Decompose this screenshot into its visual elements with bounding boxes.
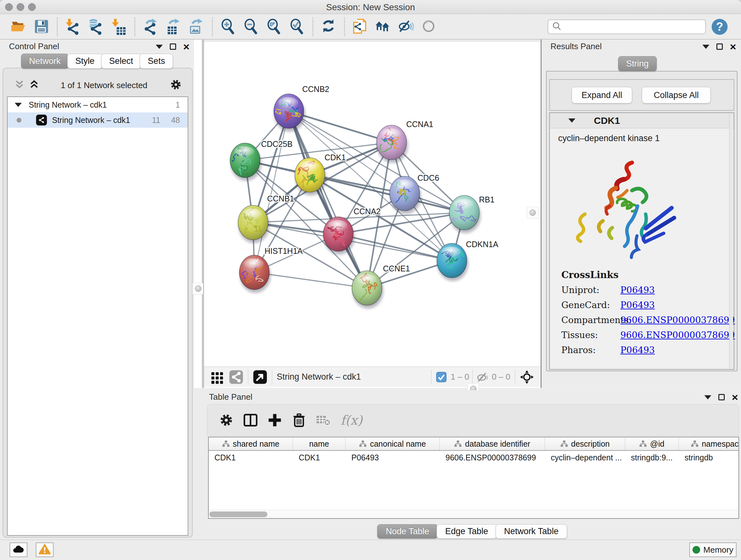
column-header-namespace[interactable]: namespace (679, 437, 739, 450)
zoom-in-icon[interactable] (218, 17, 238, 37)
cloud-status-button[interactable] (10, 543, 27, 557)
search-box[interactable] (548, 19, 706, 34)
show-columns-icon[interactable] (240, 410, 261, 430)
tab-edge-table[interactable]: Edge Table (436, 524, 497, 539)
hide-graphics-details-icon[interactable] (396, 17, 416, 37)
float-table-icon[interactable] (704, 395, 711, 399)
add-column-icon[interactable] (265, 410, 285, 430)
network-row[interactable]: String Network – cdk1 11 48 (8, 112, 188, 128)
tab-sets[interactable]: Sets (140, 54, 173, 69)
network-node-CDC25B[interactable] (230, 143, 261, 181)
tab-network-table[interactable]: Network Table (495, 524, 567, 539)
detach-view-icon[interactable] (253, 370, 267, 384)
network-view-mode-icon[interactable] (229, 370, 244, 384)
crosslink-link[interactable]: 9606.ENSP00000378699 (620, 315, 735, 325)
show-graphics-details-icon[interactable] (419, 17, 439, 37)
network-edge[interactable] (289, 111, 367, 288)
network-node-CDKN1A[interactable] (437, 243, 468, 281)
table-cell[interactable]: CDK1 (209, 451, 293, 464)
gear-icon[interactable] (169, 78, 183, 92)
collapse-all-icon[interactable] (15, 79, 24, 91)
maximize-table-icon[interactable] (718, 394, 725, 400)
network-canvas[interactable]: CCNB2CCNA1CDC25BCDK1CDC6RB1CCNB1CCNA2CDK… (204, 42, 541, 367)
warning-status-button[interactable] (36, 543, 54, 557)
tab-string[interactable]: String (618, 56, 657, 71)
crosslink-link[interactable]: P06493 (620, 285, 655, 295)
open-session-icon[interactable] (9, 17, 28, 37)
import-table-file-icon[interactable] (109, 17, 129, 37)
import-network-file-icon[interactable] (63, 17, 83, 37)
search-input[interactable] (562, 22, 696, 32)
network-node-HIST1H1A[interactable] (239, 255, 271, 293)
column-header-database-identifier[interactable]: database identifier (440, 437, 545, 450)
table-hscrollbar[interactable] (209, 510, 738, 518)
tab-network[interactable]: Network (21, 54, 69, 69)
expand-all-button[interactable]: Expand All (571, 87, 632, 104)
table-cell[interactable]: P06493 (346, 451, 440, 464)
zoom-selected-icon[interactable] (287, 17, 307, 37)
crosshair-icon[interactable] (520, 370, 534, 384)
node-table[interactable]: shared namenamecanonical namedatabase id… (208, 437, 739, 519)
crosslink-link[interactable]: 9606.ENSP00000378699 (620, 330, 735, 340)
zoom-fit-icon[interactable] (264, 17, 284, 37)
network-node-CCNB2[interactable] (273, 94, 305, 132)
zoom-out-icon[interactable] (241, 17, 261, 37)
table-cell[interactable]: CDK1 (293, 451, 346, 464)
gene-section-header[interactable]: CDK1 (550, 113, 734, 128)
expand-all-icon[interactable] (29, 79, 39, 91)
network-node-CCNA1[interactable] (377, 125, 408, 163)
column-header-name[interactable]: name (293, 437, 346, 450)
left-splitter[interactable] (194, 40, 203, 388)
maximize-panel-icon[interactable] (170, 44, 176, 50)
network-node-CDK1[interactable] (295, 158, 326, 195)
results-scrollbar[interactable] (729, 114, 733, 368)
tab-style[interactable]: Style (67, 54, 103, 69)
selected-checkbox-icon[interactable] (436, 372, 447, 382)
column-header-description[interactable]: description (545, 437, 625, 450)
gene-collapse-icon[interactable] (568, 118, 576, 123)
maximize-results-icon[interactable] (717, 44, 723, 50)
column-header--id[interactable]: @id (625, 437, 679, 450)
new-annotation-icon[interactable] (350, 17, 370, 37)
import-network-database-icon[interactable] (86, 17, 106, 37)
tab-node-table[interactable]: Node Table (377, 524, 438, 539)
memory-button[interactable]: Memory (689, 543, 737, 557)
table-cell[interactable]: stringdb (679, 451, 739, 464)
collection-expand-icon[interactable] (15, 103, 22, 107)
float-panel-icon[interactable] (156, 45, 163, 49)
export-network-icon[interactable] (141, 17, 160, 37)
export-image-icon[interactable] (187, 17, 206, 37)
network-node-CDC6[interactable] (390, 176, 421, 214)
right-splitter-handle[interactable] (527, 207, 538, 219)
column-header-shared-name[interactable]: shared name (209, 437, 293, 450)
birdseye-view-icon[interactable] (374, 17, 393, 37)
collapse-all-button[interactable]: Collapse All (642, 87, 711, 104)
network-node-CCNB1[interactable] (238, 205, 269, 243)
table-cell[interactable]: cyclin–dependent ... (545, 451, 625, 464)
network-edge[interactable] (254, 272, 367, 288)
close-panel-icon[interactable]: × (183, 44, 190, 50)
grid-view-icon[interactable] (210, 370, 224, 384)
table-hscrollbar-thumb[interactable] (209, 511, 267, 517)
crosslink-link[interactable]: P06493 (620, 300, 655, 310)
table-row[interactable]: CDK1CDK1P064939606.ENSP00000378699cyclin… (209, 451, 738, 464)
network-edge[interactable] (338, 234, 452, 260)
tab-select[interactable]: Select (101, 54, 141, 69)
column-header-canonical-name[interactable]: canonical name (346, 437, 440, 450)
network-node-CCNA2[interactable] (323, 217, 354, 254)
close-table-icon[interactable]: × (732, 394, 738, 400)
network-node-CCNE1[interactable] (352, 271, 383, 308)
table-gear-icon[interactable] (216, 410, 237, 430)
delete-column-icon[interactable] (289, 410, 309, 430)
horizontal-splitter[interactable] (203, 388, 741, 390)
network-view[interactable]: CCNB2CCNA1CDC25BCDK1CDC6RB1CCNB1CCNA2CDK… (203, 40, 542, 388)
close-results-icon[interactable]: × (730, 44, 736, 50)
left-splitter-handle[interactable] (192, 283, 204, 294)
table-cell[interactable]: stringdb:9... (625, 451, 679, 464)
save-session-icon[interactable] (31, 17, 51, 37)
refresh-layout-icon[interactable] (319, 17, 339, 37)
table-cell[interactable]: 9606.ENSP00000378699 (440, 451, 545, 464)
export-table-icon[interactable] (164, 17, 184, 37)
help-icon[interactable]: ? (712, 19, 728, 35)
float-results-icon[interactable] (702, 45, 710, 49)
